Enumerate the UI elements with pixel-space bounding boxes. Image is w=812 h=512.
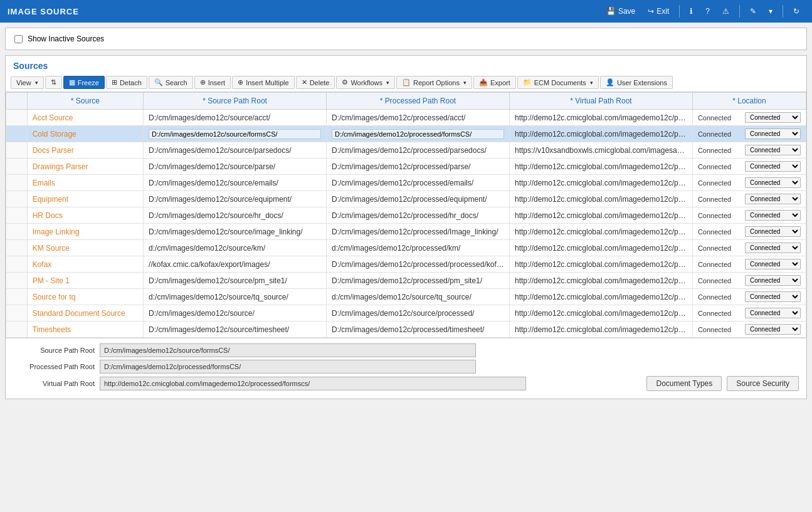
processed-path-input[interactable] <box>100 360 476 374</box>
source-path-edit[interactable] <box>149 129 321 139</box>
source-path-input[interactable] <box>100 343 476 357</box>
warning-button[interactable]: ⚠ <box>717 4 734 18</box>
table-row[interactable]: Image LinkingD:/cm/images/demo12c/source… <box>6 224 806 240</box>
source-link[interactable]: Standard Document Source <box>33 309 125 318</box>
source-link[interactable]: Timesheets <box>33 325 71 334</box>
show-inactive-checkbox[interactable] <box>14 35 23 43</box>
location-dropdown[interactable]: Connected Disconnected <box>745 177 801 188</box>
freeze-button[interactable]: ▦ Freeze <box>63 76 105 89</box>
view-button[interactable]: View ▾ <box>11 76 44 89</box>
processed-path-edit[interactable] <box>332 129 504 139</box>
table-row[interactable]: EmailsD:/cm/images/demo12c/source/emails… <box>6 175 806 191</box>
table-row[interactable]: Kofax//kofax.cmic.ca/kofax/export/images… <box>6 256 806 273</box>
user-extensions-button[interactable]: 👤 User Extensions <box>600 76 673 89</box>
table-row[interactable]: TimesheetsD:/cm/images/demo12c/source/ti… <box>6 321 806 338</box>
source-path-cell <box>144 126 327 142</box>
table-row[interactable]: Drawings ParserD:/cm/images/demo12c/sour… <box>6 159 806 175</box>
location-dropdown[interactable]: Connected Disconnected <box>745 259 801 269</box>
location-dropdown[interactable]: Connected Disconnected <box>745 128 801 139</box>
table-row[interactable]: HR DocsD:/cm/images/demo12c/source/hr_do… <box>6 207 806 224</box>
location-dropdown[interactable]: Connected Disconnected <box>745 275 801 286</box>
table-row[interactable]: KM Sourced:/cm/images/demo12c/source/km/… <box>6 240 806 256</box>
insert-multiple-button[interactable]: ⊕ Insert Multiple <box>232 76 294 89</box>
table-row[interactable]: Source for tqd:/cm/images/demo12c/source… <box>6 289 806 305</box>
processed-path-cell: D:/cm/images/demo12c/processed/emails/ <box>327 175 510 191</box>
col-source[interactable]: * Source <box>27 93 143 110</box>
source-link[interactable]: HR Docs <box>33 211 63 220</box>
insert-button[interactable]: ⊕ Insert <box>194 76 231 89</box>
source-path-label: Source Path Root <box>13 347 95 354</box>
source-path-cell: //kofax.cmic.ca/kofax/export/images/ <box>144 256 327 273</box>
help1-icon: ℹ <box>690 7 693 16</box>
toolbar: View ▾ ⇅ ▦ Freeze ⊞ Detach 🔍 Search ⊕ In… <box>6 73 806 92</box>
save-button[interactable]: 💾 Save <box>601 4 640 18</box>
exit-button[interactable]: ↪ Exit <box>643 4 674 18</box>
source-link[interactable]: Emails <box>33 179 55 187</box>
table-row[interactable]: Cold Storagehttp://demo12c.cmicglobal.co… <box>6 126 806 142</box>
dropdown-button[interactable]: ▾ <box>764 4 778 18</box>
help1-button[interactable]: ℹ <box>685 4 698 18</box>
edit-button[interactable]: ✎ <box>745 4 761 18</box>
location-dropdown[interactable]: Connected Disconnected <box>745 226 801 237</box>
col-virtual-path[interactable]: * Virtual Path Root <box>509 93 692 110</box>
location-cell: Connected Connected Disconnected <box>692 159 806 175</box>
table-row[interactable]: Docs ParserD:/cm/images/demo12c/source/p… <box>6 142 806 159</box>
source-link[interactable]: Cold Storage <box>33 130 76 138</box>
location-dropdown[interactable]: Connected Disconnected <box>745 210 801 221</box>
ecm-documents-button[interactable]: 📁 ECM Documents ▾ <box>517 76 599 89</box>
export-button[interactable]: 📤 Export <box>473 76 516 89</box>
search-button[interactable]: 🔍 Search <box>149 76 193 89</box>
location-dropdown[interactable]: Connected Disconnected <box>745 194 801 204</box>
source-link[interactable]: Drawings Parser <box>33 162 88 171</box>
location-status: Connected <box>698 212 744 219</box>
location-dropdown[interactable]: Connected Disconnected <box>745 324 801 335</box>
table-row[interactable]: Acct SourceD:/cm/images/demo12c/source/a… <box>6 110 806 126</box>
source-link[interactable]: PM - Site 1 <box>33 276 70 285</box>
source-link[interactable]: Source for tq <box>33 293 76 301</box>
source-link[interactable]: Image Linking <box>33 227 80 236</box>
processed-path-cell: D:/cm/images/demo12c/source/processed/ <box>327 305 510 321</box>
delete-button[interactable]: ✕ Delete <box>296 76 335 89</box>
col-source-path[interactable]: * Source Path Root <box>144 93 327 110</box>
refresh-button[interactable]: ↻ <box>788 4 804 18</box>
save-icon: 💾 <box>606 7 616 16</box>
source-link[interactable]: Equipment <box>33 195 68 204</box>
source-security-button[interactable]: Source Security <box>727 376 799 391</box>
document-types-button[interactable]: Document Types <box>646 376 722 391</box>
help2-button[interactable]: ? <box>700 4 715 18</box>
source-link[interactable]: Acct Source <box>33 113 73 122</box>
location-dropdown[interactable]: Connected Disconnected <box>745 291 801 302</box>
location-status: Connected <box>698 261 744 268</box>
sort-button[interactable]: ⇅ <box>45 76 62 89</box>
processed-path-cell: D:/cm/images/demo12c/processed/acct/ <box>327 110 510 126</box>
detach-button[interactable]: ⊞ Detach <box>106 76 147 89</box>
location-cell: Connected Connected Disconnected <box>692 207 806 224</box>
table-row[interactable]: Standard Document SourceD:/cm/images/dem… <box>6 305 806 321</box>
source-path-cell: D:/cm/images/demo12c/source/ <box>144 305 327 321</box>
col-location[interactable]: * Location <box>692 93 806 110</box>
table-row[interactable]: EquipmentD:/cm/images/demo12c/source/equ… <box>6 191 806 207</box>
show-inactive-label[interactable]: Show Inactive Sources <box>28 34 104 43</box>
location-status: Connected <box>698 310 744 317</box>
location-dropdown[interactable]: Connected Disconnected <box>745 308 801 318</box>
col-processed-path[interactable]: * Processed Path Root <box>327 93 510 110</box>
virtual-path-input[interactable] <box>100 377 526 390</box>
processed-path-label: Processed Path Root <box>13 363 95 370</box>
location-dropdown[interactable]: Connected Disconnected <box>745 161 801 172</box>
source-name-cell: KM Source <box>27 240 143 256</box>
table-row[interactable]: PM - Site 1D:/cm/images/demo12c/source/p… <box>6 273 806 289</box>
source-name-cell: Emails <box>27 175 143 191</box>
location-dropdown[interactable]: Connected Disconnected <box>745 243 801 253</box>
source-path-cell: D:/cm/images/demo12c/source/emails/ <box>144 175 327 191</box>
refresh-icon: ↻ <box>793 7 799 16</box>
report-options-button[interactable]: 📋 Report Options ▾ <box>396 76 472 89</box>
workflows-button[interactable]: ⚙ Workflows ▾ <box>336 76 395 89</box>
insert-multiple-icon: ⊕ <box>238 78 243 86</box>
location-dropdown[interactable]: Connected Disconnected <box>745 112 801 123</box>
location-dropdown[interactable]: Connected Disconnected <box>745 145 801 155</box>
location-status: Connected <box>698 147 744 154</box>
source-link[interactable]: KM Source <box>33 244 70 253</box>
source-link[interactable]: Kofax <box>33 260 52 269</box>
source-link[interactable]: Docs Parser <box>33 146 74 155</box>
app-title: IMAGE SOURCE <box>8 7 79 16</box>
